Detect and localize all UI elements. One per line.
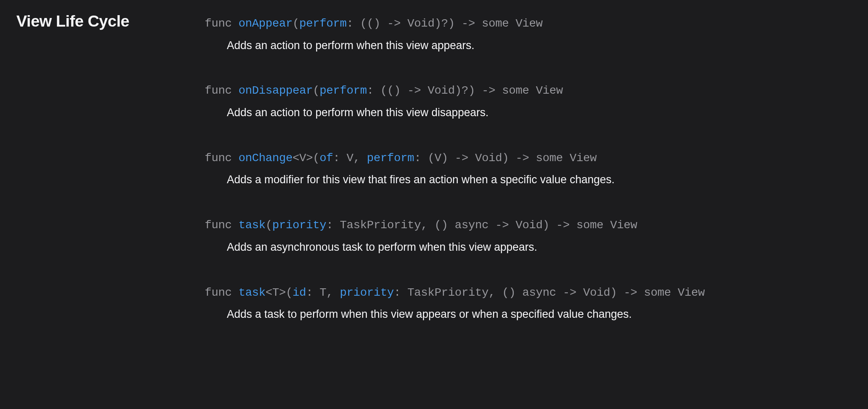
keyword: func <box>205 286 239 299</box>
api-entry: func task(priority: TaskPriority, () asy… <box>205 217 852 255</box>
keyword: func <box>205 219 239 231</box>
punctuation: ( <box>293 17 300 30</box>
signature-rest: : TaskPriority, () async -> Void) -> som… <box>394 286 705 299</box>
function-name: task <box>239 219 266 231</box>
param-label: priority <box>340 286 394 299</box>
function-name: onChange <box>239 152 293 164</box>
api-signature[interactable]: func onChange<V>(of: V, perform: (V) -> … <box>205 150 852 167</box>
function-name: onDisappear <box>239 84 313 97</box>
section-content: func onAppear(perform: (() -> Void)?) ->… <box>205 12 852 352</box>
param-label: id <box>293 286 306 299</box>
api-entry: func onChange<V>(of: V, perform: (V) -> … <box>205 150 852 188</box>
param-label: perform <box>299 17 347 30</box>
signature-rest: : (() -> Void)?) -> some View <box>367 84 563 97</box>
punctuation: : T, <box>306 286 340 299</box>
api-description: Adds a modifier for this view that fires… <box>227 172 852 188</box>
param-label: of <box>320 152 333 164</box>
param-label: priority <box>272 219 326 231</box>
section-sidebar: View Life Cycle <box>16 12 180 352</box>
function-name: onAppear <box>239 17 293 30</box>
api-entry: func onAppear(perform: (() -> Void)?) ->… <box>205 16 852 53</box>
keyword: func <box>205 17 239 30</box>
generic-params: <V>( <box>293 152 320 164</box>
signature-rest: : (() -> Void)?) -> some View <box>347 17 543 30</box>
api-signature[interactable]: func onAppear(perform: (() -> Void)?) ->… <box>205 16 852 32</box>
api-description: Adds a task to perform when this view ap… <box>227 307 852 322</box>
api-signature[interactable]: func onDisappear(perform: (() -> Void)?)… <box>205 83 852 99</box>
api-description: Adds an asynchronous task to perform whe… <box>227 240 852 255</box>
keyword: func <box>205 152 239 164</box>
api-description: Adds an action to perform when this view… <box>227 38 852 54</box>
api-entry: func task<T>(id: T, priority: TaskPriori… <box>205 285 852 322</box>
api-signature[interactable]: func task(priority: TaskPriority, () asy… <box>205 217 852 234</box>
api-description: Adds an action to perform when this view… <box>227 105 852 121</box>
api-entry: func onDisappear(perform: (() -> Void)?)… <box>205 83 852 120</box>
keyword: func <box>205 84 239 97</box>
api-signature[interactable]: func task<T>(id: T, priority: TaskPriori… <box>205 285 852 301</box>
section-title: View Life Cycle <box>16 12 180 30</box>
generic-params: <T>( <box>266 286 293 299</box>
punctuation: ( <box>313 84 320 97</box>
signature-rest: : TaskPriority, () async -> Void) -> som… <box>326 219 637 231</box>
signature-rest: : (V) -> Void) -> some View <box>414 152 597 164</box>
param-label: perform <box>320 84 367 97</box>
function-name: task <box>239 286 266 299</box>
punctuation: : V, <box>333 152 367 164</box>
punctuation: ( <box>266 219 273 231</box>
param-label: perform <box>367 152 414 164</box>
doc-container: View Life Cycle func onAppear(perform: (… <box>16 12 852 352</box>
